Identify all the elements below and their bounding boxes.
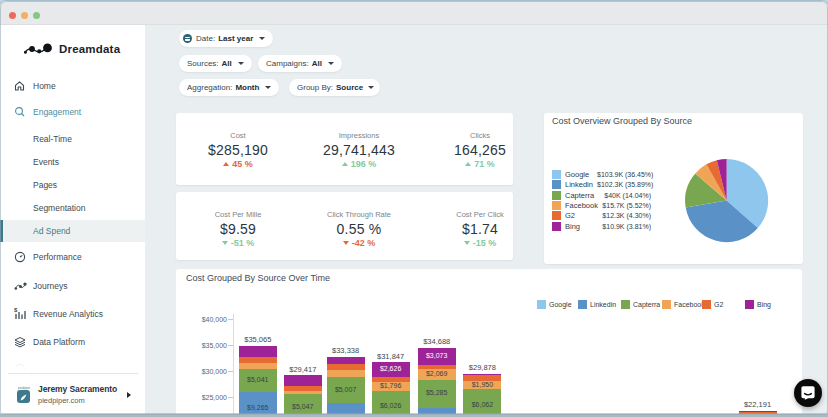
svg-text:$: $ [14, 308, 18, 313]
